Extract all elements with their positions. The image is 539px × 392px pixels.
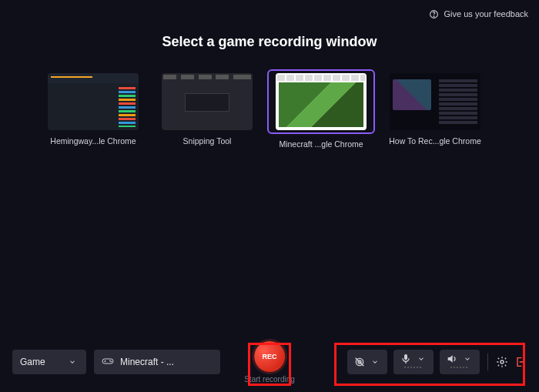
svg-point-3	[110, 360, 111, 361]
chevron-down-icon[interactable]	[461, 353, 474, 365]
window-tile[interactable]: Snipping Tool	[157, 73, 257, 149]
window-grid: Hemingway...le Chrome Snipping Tool Mine…	[0, 73, 539, 149]
speaker-icon	[446, 353, 458, 365]
svg-point-8	[500, 360, 504, 364]
help-icon	[428, 8, 440, 20]
window-caption: Hemingway...le Chrome	[43, 136, 143, 146]
svg-rect-7	[404, 354, 407, 360]
page-title: Select a game recording window	[0, 34, 539, 50]
exit-button[interactable]	[514, 356, 527, 368]
right-controls	[347, 350, 527, 374]
rec-text: REC	[262, 353, 276, 360]
gamepad-icon	[102, 357, 114, 368]
chevron-down-icon[interactable]	[369, 356, 381, 368]
separator	[487, 353, 488, 370]
bottom-bar: Game Minecraft - ... REC Start recording	[12, 344, 527, 380]
window-dropdown[interactable]: Minecraft - ...	[94, 350, 220, 374]
window-thumbnail	[48, 73, 139, 130]
microphone-toggle[interactable]	[393, 350, 434, 374]
record-label: Start recording	[244, 375, 295, 384]
window-thumbnail	[276, 73, 367, 130]
webcam-toggle[interactable]	[347, 350, 387, 374]
window-tile[interactable]: How To Rec...gle Chrome	[385, 73, 485, 149]
webcam-off-icon	[353, 356, 366, 368]
window-caption: Minecraft ...gle Chrome	[271, 139, 371, 149]
svg-point-1	[434, 15, 434, 16]
window-caption: Snipping Tool	[157, 136, 257, 146]
system-audio-toggle[interactable]	[440, 350, 480, 374]
window-caption: How To Rec...gle Chrome	[385, 136, 485, 146]
window-thumbnail	[390, 73, 480, 130]
mode-label: Game	[20, 357, 45, 367]
feedback-text: Give us your feedback	[444, 9, 528, 18]
window-tile[interactable]: Hemingway...le Chrome	[43, 73, 143, 149]
chevron-down-icon	[66, 356, 79, 368]
chevron-down-icon[interactable]	[415, 353, 427, 365]
feedback-link[interactable]: Give us your feedback	[428, 8, 528, 20]
mode-dropdown[interactable]: Game	[12, 350, 86, 374]
level-dots	[450, 367, 469, 368]
microphone-icon	[400, 353, 412, 365]
svg-point-4	[111, 361, 112, 362]
level-dots	[404, 367, 423, 368]
settings-button[interactable]	[496, 356, 508, 368]
window-tile[interactable]: Minecraft ...gle Chrome	[271, 73, 371, 149]
window-dropdown-label: Minecraft - ...	[120, 357, 174, 367]
record-button[interactable]: REC	[254, 341, 285, 372]
window-thumbnail	[162, 73, 253, 130]
